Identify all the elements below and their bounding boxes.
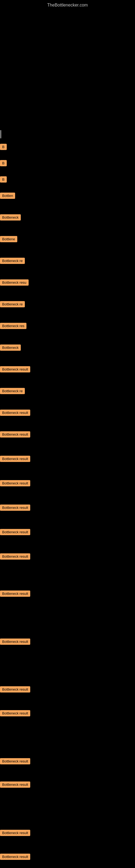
bottleneck-result-label: Bottleneck result (0, 366, 30, 372)
bottleneck-result-label: Bottleneck (0, 214, 21, 220)
bottleneck-result-label: B (0, 176, 7, 183)
cursor-line (1, 130, 1, 138)
bottleneck-result-label: Bottleneck result (0, 410, 30, 416)
bottleneck-result-label: Bottleneck (0, 344, 21, 351)
bottleneck-result-label: Bottleneck result (0, 504, 30, 511)
bottleneck-result-label: Bottlene (0, 236, 17, 242)
bottleneck-result-label: Bottleneck res (0, 323, 27, 329)
main-content: TheBottlenecker.com BBBBottlenBottleneck… (0, 0, 135, 868)
bottleneck-result-label: Bottleneck result (0, 710, 30, 716)
bottleneck-result-label: Bottleneck result (0, 686, 30, 692)
bottleneck-result-label: Bottleneck result (0, 758, 30, 764)
bottleneck-result-label: Bottleneck re (0, 388, 25, 394)
bottleneck-result-label: Bottleneck result (0, 480, 30, 486)
bottleneck-result-label: Bottleneck result (0, 781, 30, 788)
bottleneck-result-label: Bottleneck result (0, 529, 30, 535)
bottleneck-result-label: Bottleneck re (0, 258, 25, 264)
bottleneck-result-label: B (0, 144, 7, 150)
bottleneck-result-label: Bottleneck result (0, 456, 30, 462)
bottleneck-result-label: Bottleneck result (0, 854, 30, 860)
site-title: TheBottlenecker.com (0, 0, 135, 9)
bottleneck-result-label: Bottlen (0, 193, 15, 199)
bottleneck-result-label: Bottleneck result (0, 431, 30, 437)
bottleneck-result-label: Bottleneck re (0, 301, 25, 307)
bottleneck-result-label: Bottleneck result (0, 590, 30, 597)
bottleneck-result-label: Bottleneck result (0, 639, 30, 645)
bottleneck-result-label: Bottleneck result (0, 553, 30, 560)
bottleneck-result-label: Bottleneck resu (0, 279, 29, 286)
bottleneck-result-label: Bottleneck result (0, 830, 30, 836)
bottleneck-result-label: B (0, 160, 7, 166)
